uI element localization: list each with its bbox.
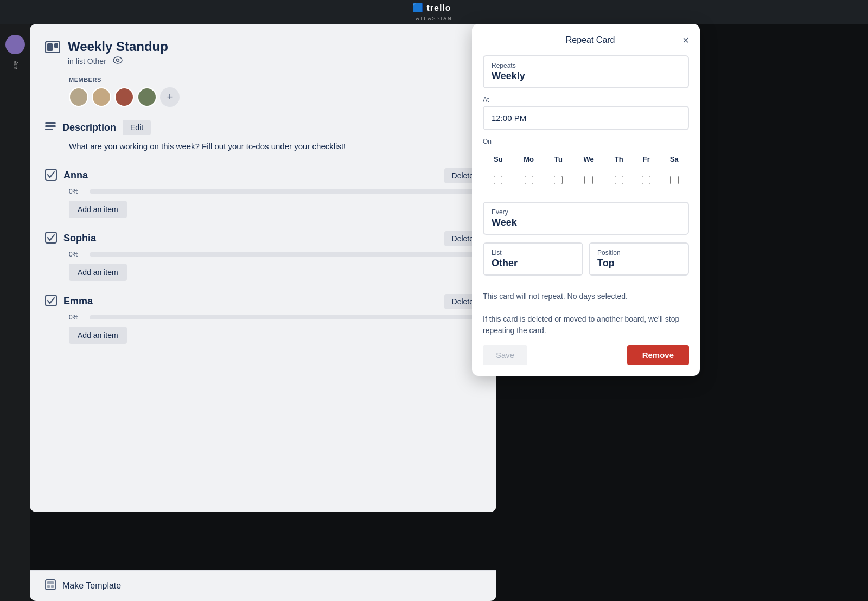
repeat-panel: Repeat Card × Repeats Weekly At On Su Mo… bbox=[472, 24, 700, 376]
checklist-emma-header: Emma Delete bbox=[45, 294, 481, 309]
checkbox-mo[interactable] bbox=[525, 176, 533, 184]
svg-rect-12 bbox=[46, 580, 55, 590]
description-icon bbox=[45, 122, 56, 133]
card-title-block: Weekly Standup in list Other bbox=[68, 39, 168, 66]
in-list-text: in list bbox=[68, 57, 85, 66]
add-item-sophia-button[interactable]: Add an item bbox=[69, 264, 127, 281]
svg-point-5 bbox=[116, 59, 119, 62]
svg-point-4 bbox=[113, 57, 122, 63]
member-avatar-3[interactable] bbox=[114, 87, 134, 107]
day-th: Th bbox=[605, 149, 633, 169]
checklist-icon-sophia bbox=[45, 232, 57, 246]
checkbox-tu[interactable] bbox=[554, 176, 563, 184]
check-th[interactable] bbox=[605, 169, 633, 194]
logo-text: 🟦 trello bbox=[412, 3, 456, 15]
list-field[interactable]: List Other bbox=[483, 242, 583, 276]
edit-description-button[interactable]: Edit bbox=[123, 120, 151, 135]
make-template-text: Make Template bbox=[62, 581, 121, 591]
checklist-emma-name: Emma bbox=[63, 296, 93, 307]
at-label: At bbox=[483, 96, 689, 104]
check-su[interactable] bbox=[483, 169, 513, 194]
members-label: MEMBERS bbox=[69, 76, 481, 83]
every-label: Every bbox=[492, 208, 680, 216]
svg-text:🟦 trello: 🟦 trello bbox=[412, 3, 451, 12]
check-fr[interactable] bbox=[633, 169, 660, 194]
check-tu[interactable] bbox=[545, 169, 572, 194]
emma-progress-pct: 0% bbox=[69, 314, 84, 321]
list-label: List bbox=[492, 249, 575, 257]
trello-logo: 🟦 trello ATLASSIAN bbox=[412, 3, 456, 21]
member-avatar-2[interactable] bbox=[92, 87, 111, 107]
checklist-icon-emma bbox=[45, 295, 57, 309]
checklist-anna-name: Anna bbox=[63, 170, 88, 181]
remove-button[interactable]: Remove bbox=[627, 345, 689, 365]
check-sa[interactable] bbox=[660, 169, 688, 194]
checkbox-sa[interactable] bbox=[670, 176, 679, 184]
make-template-bar[interactable]: Make Template bbox=[30, 570, 496, 601]
watch-icon[interactable] bbox=[113, 56, 123, 64]
days-table: Su Mo Tu We Th Fr Sa bbox=[483, 149, 689, 194]
repeats-field[interactable]: Repeats Weekly bbox=[483, 55, 689, 88]
svg-rect-7 bbox=[45, 125, 56, 127]
top-bar: 🟦 trello ATLASSIAN bbox=[0, 0, 868, 24]
sidebar-label: any bbox=[12, 61, 18, 69]
add-item-emma-button[interactable]: Add an item bbox=[69, 327, 127, 344]
svg-rect-14 bbox=[47, 585, 50, 588]
list-name-link[interactable]: Other bbox=[87, 57, 106, 66]
description-text: What are you working on this week? Fill … bbox=[69, 140, 481, 153]
check-mo[interactable] bbox=[513, 169, 545, 194]
position-value: Top bbox=[597, 258, 680, 269]
add-item-anna-button[interactable]: Add an item bbox=[69, 201, 127, 218]
every-value: Week bbox=[492, 217, 680, 228]
checkbox-fr[interactable] bbox=[642, 176, 650, 184]
description-header: Description Edit bbox=[45, 120, 481, 135]
repeat-panel-header: Repeat Card × bbox=[483, 35, 689, 46]
check-we[interactable] bbox=[572, 169, 605, 194]
anna-progress-pct: 0% bbox=[69, 188, 84, 195]
checklist-sophia-header: Sophia Delete bbox=[45, 231, 481, 246]
svg-rect-2 bbox=[47, 43, 53, 51]
checklist-sophia-left: Sophia bbox=[45, 232, 96, 246]
sophia-progress-row: 0% bbox=[69, 251, 481, 258]
time-input[interactable] bbox=[483, 106, 689, 130]
anna-progress-bar bbox=[90, 189, 481, 194]
position-field[interactable]: Position Top bbox=[589, 242, 689, 276]
close-repeat-panel-button[interactable]: × bbox=[682, 35, 689, 46]
checkbox-th[interactable] bbox=[615, 176, 623, 184]
checkbox-we[interactable] bbox=[584, 176, 593, 184]
every-field[interactable]: Every Week bbox=[483, 202, 689, 235]
svg-rect-3 bbox=[54, 43, 58, 48]
member-avatar-4[interactable] bbox=[137, 87, 157, 107]
sidebar-avatar bbox=[5, 35, 25, 54]
card-type-icon bbox=[45, 41, 60, 55]
card-list-line: in list Other bbox=[68, 56, 168, 66]
svg-rect-8 bbox=[45, 129, 53, 130]
emma-progress-bar bbox=[90, 315, 481, 319]
card-header: Weekly Standup in list Other bbox=[45, 39, 481, 66]
card-modal: Weekly Standup in list Other MEMBERS + bbox=[30, 24, 496, 512]
sidebar: any bbox=[0, 24, 30, 601]
add-member-button[interactable]: + bbox=[160, 87, 180, 107]
members-row: + bbox=[69, 87, 481, 107]
day-fr: Fr bbox=[633, 149, 660, 169]
day-sa: Sa bbox=[660, 149, 688, 169]
checklist-anna-header: Anna Delete bbox=[45, 168, 481, 183]
checklist-sophia: Sophia Delete 0% Add an item bbox=[45, 231, 481, 281]
svg-rect-13 bbox=[47, 581, 54, 584]
checklist-icon-anna bbox=[45, 169, 57, 183]
on-label: On bbox=[483, 138, 689, 145]
template-icon bbox=[45, 579, 56, 592]
day-we: We bbox=[572, 149, 605, 169]
day-su: Su bbox=[483, 149, 513, 169]
emma-progress-row: 0% bbox=[69, 314, 481, 321]
checkbox-su[interactable] bbox=[494, 176, 502, 184]
repeat-actions: Save Remove bbox=[483, 345, 689, 365]
repeats-value: Weekly bbox=[492, 71, 680, 82]
save-button[interactable]: Save bbox=[483, 345, 527, 365]
checklist-emma-left: Emma bbox=[45, 295, 93, 309]
sophia-progress-pct: 0% bbox=[69, 251, 84, 258]
member-avatar-1[interactable] bbox=[69, 87, 88, 107]
card-title: Weekly Standup bbox=[68, 39, 168, 54]
anna-progress-row: 0% bbox=[69, 188, 481, 195]
svg-rect-6 bbox=[45, 122, 56, 124]
